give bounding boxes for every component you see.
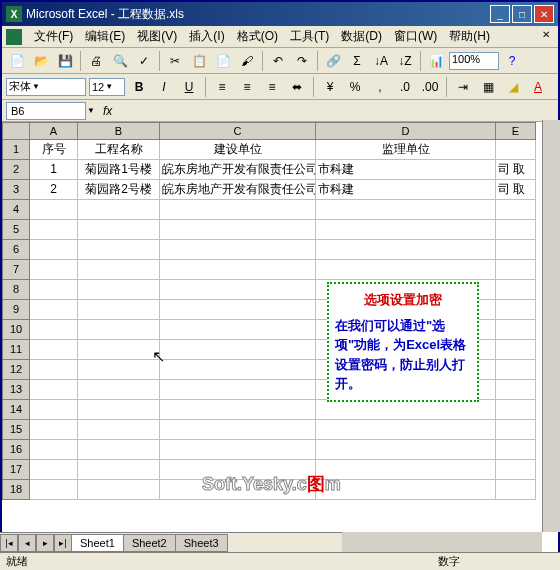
cell[interactable] [496,240,536,260]
row-header[interactable]: 14 [2,400,30,420]
cell[interactable] [30,380,78,400]
cell[interactable]: 1 [30,160,78,180]
comma-icon[interactable]: , [369,76,391,98]
cell[interactable] [160,320,316,340]
currency-icon[interactable]: ¥ [319,76,341,98]
cell[interactable] [496,460,536,480]
cell[interactable]: 市科建 [316,180,496,200]
preview-icon[interactable]: 🔍 [109,50,131,72]
cell[interactable]: 皖东房地产开发有限责任公司 [160,160,316,180]
col-header-D[interactable]: D [316,122,496,140]
name-box[interactable]: B6 [6,102,86,120]
align-center-icon[interactable]: ≡ [236,76,258,98]
menu-view[interactable]: 视图(V) [131,26,183,47]
open-icon[interactable]: 📂 [30,50,52,72]
menu-edit[interactable]: 编辑(E) [79,26,131,47]
cell[interactable] [78,240,160,260]
merge-icon[interactable]: ⬌ [286,76,308,98]
cell[interactable]: 建设单位 [160,140,316,160]
cell[interactable] [496,200,536,220]
menu-file[interactable]: 文件(F) [28,26,79,47]
sheet-tab-1[interactable]: Sheet1 [71,534,124,552]
copy-icon[interactable]: 📋 [188,50,210,72]
cell[interactable]: 菊园路2号楼 [78,180,160,200]
menu-help[interactable]: 帮助(H) [443,26,496,47]
zoom-box[interactable]: 100% [449,52,499,70]
row-header[interactable]: 16 [2,440,30,460]
sum-icon[interactable]: Σ [346,50,368,72]
cell[interactable] [496,340,536,360]
cell[interactable] [160,340,316,360]
increase-decimal-icon[interactable]: .0 [394,76,416,98]
cell[interactable] [496,260,536,280]
cell[interactable] [316,240,496,260]
cell[interactable]: 工程名称 [78,140,160,160]
new-icon[interactable]: 📄 [6,50,28,72]
col-header-A[interactable]: A [30,122,78,140]
tab-nav-prev-icon[interactable]: ◂ [18,534,36,552]
save-icon[interactable]: 💾 [54,50,76,72]
spreadsheet-grid[interactable]: A B C D E 1 序号 工程名称 建设单位 监理单位 2 1 菊园路1号楼… [2,122,558,500]
cell[interactable] [496,420,536,440]
row-header[interactable]: 12 [2,360,30,380]
cell[interactable] [78,200,160,220]
undo-icon[interactable]: ↶ [267,50,289,72]
cell[interactable] [78,260,160,280]
cell[interactable] [160,360,316,380]
print-icon[interactable]: 🖨 [85,50,107,72]
align-left-icon[interactable]: ≡ [211,76,233,98]
tab-nav-next-icon[interactable]: ▸ [36,534,54,552]
cell[interactable] [160,260,316,280]
vertical-scrollbar[interactable] [542,120,560,532]
app-icon[interactable] [6,29,22,45]
cell[interactable] [496,220,536,240]
select-all-corner[interactable] [2,122,30,140]
cell[interactable] [316,260,496,280]
cell[interactable] [30,340,78,360]
maximize-button[interactable]: □ [512,5,532,23]
cell[interactable] [78,360,160,380]
cell[interactable] [78,460,160,480]
row-header[interactable]: 7 [2,260,30,280]
fill-color-icon[interactable]: ◢ [502,76,524,98]
tab-nav-first-icon[interactable]: |◂ [0,534,18,552]
cell[interactable] [78,380,160,400]
link-icon[interactable]: 🔗 [322,50,344,72]
cell[interactable] [78,420,160,440]
horizontal-scrollbar[interactable] [342,532,542,552]
row-header[interactable]: 10 [2,320,30,340]
size-selector[interactable]: 12▼ [89,78,125,96]
cell[interactable] [30,280,78,300]
fx-label[interactable]: fx [103,104,112,118]
percent-icon[interactable]: % [344,76,366,98]
close-button[interactable]: ✕ [534,5,554,23]
menu-insert[interactable]: 插入(I) [183,26,230,47]
cell[interactable]: 司 取 [496,180,536,200]
tab-nav-last-icon[interactable]: ▸| [54,534,72,552]
namebox-dropdown-icon[interactable]: ▼ [87,106,95,115]
cell[interactable] [496,400,536,420]
cell[interactable] [78,320,160,340]
row-header[interactable]: 4 [2,200,30,220]
row-header[interactable]: 2 [2,160,30,180]
row-header[interactable]: 3 [2,180,30,200]
cell[interactable]: 2 [30,180,78,200]
help-icon[interactable]: ? [501,50,523,72]
sort-desc-icon[interactable]: ↓Z [394,50,416,72]
cell[interactable] [30,300,78,320]
cell[interactable] [30,220,78,240]
font-selector[interactable]: 宋体▼ [6,78,86,96]
cell[interactable] [496,480,536,500]
cell[interactable] [30,460,78,480]
font-color-icon[interactable]: A [527,76,549,98]
align-right-icon[interactable]: ≡ [261,76,283,98]
doc-close-button[interactable]: ✕ [538,29,554,45]
menu-format[interactable]: 格式(O) [231,26,284,47]
cell[interactable] [160,460,316,480]
cell[interactable] [496,140,536,160]
row-header[interactable]: 17 [2,460,30,480]
cell[interactable]: 序号 [30,140,78,160]
cell[interactable] [30,420,78,440]
cell[interactable] [496,320,536,340]
format-painter-icon[interactable]: 🖌 [236,50,258,72]
